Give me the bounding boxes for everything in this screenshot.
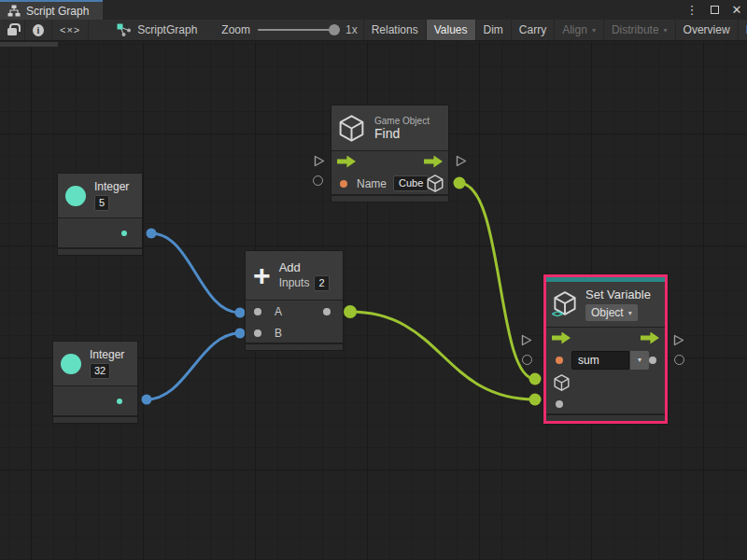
tab-script-graph[interactable]: Script Graph [0,0,103,20]
name-input-port[interactable] [340,180,347,188]
button-carry[interactable]: Carry [512,20,555,40]
control-input-marker-triangle[interactable] [520,333,533,351]
button-distribute[interactable]: Distribute ▾ [604,20,676,40]
control-input-marker-triangle[interactable] [313,154,326,172]
lock-icon [7,28,17,35]
button-values[interactable]: Values [427,20,476,40]
control-output-marker-triangle[interactable] [672,333,685,351]
graph-canvas[interactable]: Integer 5 Integer 32 + Add [0,42,747,560]
control-input-port[interactable] [337,156,356,168]
value-input-port[interactable] [556,400,563,408]
chevron-down-icon: ▾ [628,309,632,317]
node-footer [246,343,343,350]
variable-scope-dropdown[interactable]: Object ▾ [585,304,638,321]
output-port-integer[interactable] [121,231,127,236]
input-port-a[interactable] [254,308,261,315]
window-titlebar: Script Graph ⋮ ✕ [0,0,747,20]
variable-name-value: sum [571,351,629,370]
button-distribute-label: Distribute [612,23,659,36]
node-integer-32[interactable]: Integer 32 [53,342,137,423]
output-port-sum[interactable] [323,308,331,315]
gameobject-cube-icon [339,115,364,142]
node-title: Integer [94,180,129,193]
button-relations[interactable]: Relations [363,20,427,40]
node-title: Set Variable [585,287,651,301]
value-output-marker-circle[interactable] [674,355,684,365]
value-input-marker-circle[interactable] [313,175,323,186]
integer-type-icon [61,354,81,374]
close-icon[interactable]: ✕ [730,4,743,16]
input-port-b[interactable] [254,329,261,337]
code-view-button[interactable]: <×> [52,20,89,40]
graph-name: ScriptGraph [137,23,197,36]
name-value-field[interactable]: Cube [393,175,429,191]
info-button[interactable]: i [25,20,52,40]
zoom-slider-handle[interactable] [329,24,340,35]
node-title: Integer [90,348,124,361]
set-variable-icon: <> [554,291,578,317]
maximize-icon[interactable] [708,4,721,16]
zoom-value: 1x [345,23,358,36]
connection-integer32-to-add-b[interactable] [147,333,240,399]
button-overview[interactable]: Overview [676,20,739,40]
node-title: Find [374,126,430,141]
integer-value-field[interactable]: 5 [94,195,109,211]
node-add[interactable]: + Add Inputs 2 A B [246,251,343,350]
node-footer [546,413,665,421]
chevron-down-icon: ▾ [592,26,596,35]
lock-button[interactable] [0,20,25,40]
connection-integer5-to-add-a[interactable] [151,233,240,313]
variable-name-dropdown[interactable]: sum ▾ [571,351,649,370]
inputs-label: Inputs [279,276,310,289]
graph-toolbar: i <×> ScriptGraph Zoom 1x Relations Valu… [0,20,747,41]
variable-name-port[interactable] [556,357,563,364]
control-input-port[interactable] [552,332,571,344]
add-icon: + [253,263,271,287]
graph-breadcrumb[interactable]: ScriptGraph [109,20,204,40]
gameobject-target-port[interactable] [554,374,570,391]
chevron-down-icon: ▾ [664,26,668,35]
button-align[interactable]: Align ▾ [555,20,604,40]
node-integer-5[interactable]: Integer 5 [58,174,142,255]
value-output-port[interactable] [649,357,656,364]
code-icon: <×> [60,24,80,35]
variable-brackets-icon: <> [552,308,562,319]
scriptgraph-icon [117,23,132,36]
name-label: Name [357,177,387,190]
integer-type-icon [65,186,86,206]
node-footer [331,194,448,202]
node-title: Add [279,260,330,274]
zoom-slider[interactable] [258,29,338,31]
control-output-marker-triangle[interactable] [455,154,468,172]
node-gameobject-find[interactable]: Game Object Find Name Cube [331,105,448,202]
zoom-label: Zoom [221,23,250,36]
value-input-marker-circle[interactable] [522,355,532,365]
window-menu-icon[interactable]: ⋮ [685,4,698,16]
canvas-corner-bar [0,42,58,47]
node-category: Game Object [374,116,430,126]
node-footer [53,415,137,423]
port-b-label: B [275,327,282,340]
button-dim[interactable]: Dim [476,20,512,40]
node-footer [58,247,142,255]
port-a-label: A [275,305,282,318]
button-align-label: Align [562,23,587,36]
variable-scope-label: Object [591,306,624,319]
chevron-down-icon: ▾ [630,351,649,370]
button-full-screen[interactable]: Full Screen [739,20,747,40]
control-output-port[interactable] [641,332,659,344]
inputs-count-field[interactable]: 2 [314,275,329,291]
gameobject-output-port[interactable] [427,175,444,192]
node-set-variable[interactable]: <> Set Variable Object ▾ sum ▾ [543,274,668,424]
info-icon: i [33,24,44,36]
output-port-integer[interactable] [117,399,122,404]
control-output-port[interactable] [424,156,443,168]
graph-hierarchy-icon [7,5,21,17]
tab-title: Script Graph [26,5,89,18]
integer-value-field[interactable]: 32 [90,363,110,379]
